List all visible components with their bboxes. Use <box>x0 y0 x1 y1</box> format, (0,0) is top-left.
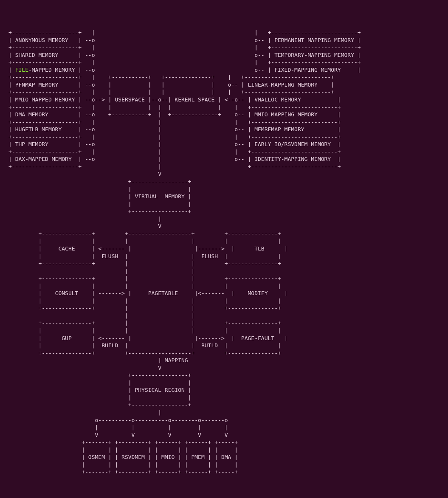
memory-architecture-diagram: +--------------------+ | | +------------… <box>8 29 440 476</box>
